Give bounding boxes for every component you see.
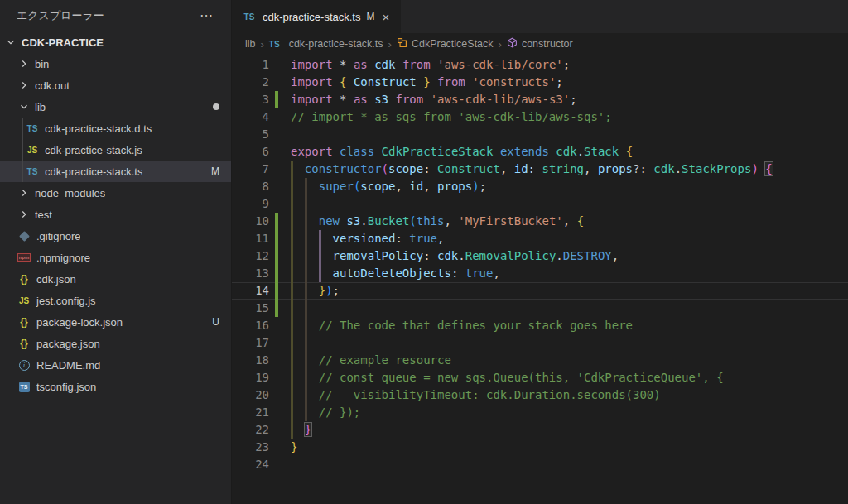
tree-root-folder[interactable]: CDK-PRACTICE	[0, 31, 231, 53]
line-number: 16	[232, 317, 269, 334]
git-added-gutter-indicator	[275, 247, 278, 265]
explorer-sidebar: エクスプローラー ⋯ CDK-PRACTICE bincdk.outlibTSc…	[0, 0, 232, 504]
line-number: 11	[232, 230, 269, 247]
typescript-icon: TS	[25, 167, 40, 176]
code-line-18: 18 // example resource	[232, 352, 848, 369]
code-line-8: 8 super(scope, id, props);	[232, 178, 848, 195]
file-tree: bincdk.outlibTScdk-practice-stack.d.tsJS…	[0, 53, 231, 504]
code-line-14: 14 });	[232, 282, 848, 300]
code-line-5: 5	[232, 126, 848, 143]
breadcrumb-label: lib	[245, 38, 256, 50]
code-line-20: 20 // visibilityTimeout: cdk.Duration.se…	[232, 386, 848, 404]
breadcrumb-item-cdk-practice-stack-ts[interactable]: TScdk-practice-stack.ts	[269, 38, 383, 50]
breadcrumb-item-cdkpracticestack[interactable]: CdkPracticeStack	[397, 37, 494, 50]
close-icon[interactable]: ×	[380, 11, 391, 23]
code-text: new s3.Bucket(this, 'MyFirstBucket', {	[291, 213, 584, 230]
line-number: 3	[232, 91, 269, 108]
code-editor[interactable]: 1import * as cdk from 'aws-cdk-lib/core'…	[232, 55, 848, 504]
tab-cdk-practice-stack[interactable]: TS cdk-practice-stack.ts M ×	[232, 0, 401, 33]
code-text: }	[291, 421, 311, 439]
line-number: 6	[232, 143, 269, 161]
tree-folder-bin[interactable]: bin	[0, 53, 231, 74]
code-line-7: 7 constructor(scope: Construct, id: stri…	[232, 161, 848, 178]
tree-item-label: README.md	[36, 359, 100, 372]
breadcrumb-label: constructor	[522, 38, 573, 50]
editor-group: TS cdk-practice-stack.ts M × lib›TScdk-p…	[232, 0, 848, 504]
code-text: super(scope, id, props);	[291, 178, 486, 195]
code-text: import { Construct } from 'constructs';	[291, 74, 563, 91]
tree-folder-lib[interactable]: lib	[0, 96, 231, 118]
breadcrumb-item-lib[interactable]: lib	[245, 38, 256, 50]
indent-guide	[305, 334, 307, 352]
line-number: 9	[232, 195, 269, 213]
code-line-11: 11 versioned: true,	[232, 230, 848, 247]
line-number: 21	[232, 404, 269, 421]
breadcrumb-label: cdk-practice-stack.ts	[289, 38, 383, 50]
tree-file-gitignore[interactable]: .gitignore	[0, 225, 231, 247]
tree-file-jest-config-js[interactable]: JSjest.config.js	[0, 290, 231, 311]
code-line-1: 1import * as cdk from 'aws-cdk-lib/core'…	[232, 56, 848, 74]
line-number: 19	[232, 369, 269, 386]
breadcrumb: lib›TScdk-practice-stack.ts›CdkPracticeS…	[232, 33, 848, 55]
breadcrumb-item-constructor[interactable]: constructor	[507, 37, 573, 50]
more-actions-icon[interactable]: ⋯	[200, 9, 214, 22]
chevron-right-icon	[17, 57, 31, 70]
root-folder-label: CDK-PRACTICE	[22, 36, 104, 49]
json-icon: {}	[17, 316, 31, 328]
line-number: 10	[232, 213, 269, 230]
breadcrumb-separator-icon: ›	[256, 38, 269, 50]
code-line-2: 2import { Construct } from 'constructs';	[232, 74, 848, 91]
tree-folder-node-modules[interactable]: node_modules	[0, 182, 231, 204]
breadcrumb-separator-icon: ›	[383, 38, 397, 50]
tree-file-readme-md[interactable]: iREADME.md	[0, 354, 231, 376]
code-text: export class CdkPracticeStack extends cd…	[291, 143, 633, 161]
constructor-symbol-icon	[507, 37, 518, 50]
code-line-21: 21 // });	[232, 404, 848, 421]
tree-file-cdk-practice-stack-js[interactable]: JScdk-practice-stack.js	[0, 139, 231, 161]
code-text: // visibilityTimeout: cdk.Duration.secon…	[291, 386, 661, 404]
tree-item-label: package-lock.json	[36, 316, 123, 329]
info-icon: i	[17, 360, 31, 371]
tree-file-package-lock-json[interactable]: {}package-lock.jsonU	[0, 311, 231, 333]
modified-dot-badge	[213, 103, 219, 110]
tree-item-label: cdk.json	[36, 273, 76, 286]
code-line-15: 15	[232, 300, 848, 317]
code-text: }	[291, 439, 297, 456]
breadcrumb-label: CdkPracticeStack	[412, 38, 494, 50]
tree-folder-cdk-out[interactable]: cdk.out	[0, 74, 231, 96]
git-added-gutter-indicator	[275, 265, 278, 282]
line-number: 1	[232, 56, 269, 74]
tree-item-label: cdk-practice-stack.js	[45, 144, 142, 156]
code-line-12: 12 removalPolicy: cdk.RemovalPolicy.DEST…	[232, 247, 848, 265]
tree-file-npmignore[interactable]: npm.npmignore	[0, 247, 231, 268]
tree-item-label: cdk.out	[35, 79, 70, 92]
chevron-right-icon	[17, 79, 31, 92]
tab-label: cdk-practice-stack.ts	[263, 11, 360, 23]
tree-item-label: .npmignore	[36, 252, 90, 264]
explorer-header: エクスプローラー ⋯	[0, 0, 231, 31]
line-number: 8	[232, 178, 269, 195]
tree-file-cdk-practice-stack-ts[interactable]: TScdk-practice-stack.tsM	[0, 161, 231, 182]
tree-folder-test[interactable]: test	[0, 204, 231, 225]
breadcrumb-separator-icon: ›	[494, 38, 507, 50]
tree-file-cdk-json[interactable]: {}cdk.json	[0, 268, 231, 290]
tree-item-label: tsconfig.json	[36, 381, 96, 393]
chevron-down-icon	[17, 100, 31, 113]
tree-item-label: lib	[35, 101, 46, 113]
code-line-24: 24	[232, 456, 848, 473]
code-line-19: 19 // const queue = new sqs.Queue(this, …	[232, 369, 848, 386]
explorer-title: エクスプローラー	[17, 8, 104, 23]
indent-guide	[305, 195, 307, 213]
tree-item-label: jest.config.js	[36, 295, 96, 307]
line-number: 15	[232, 300, 269, 317]
code-text: // });	[291, 404, 360, 421]
chevron-right-icon	[17, 208, 31, 221]
tree-item-label: package.json	[36, 338, 100, 350]
json-icon: {}	[17, 273, 31, 285]
code-line-3: 3import * as s3 from 'aws-cdk-lib/aws-s3…	[232, 91, 848, 108]
line-number: 22	[232, 421, 269, 439]
tree-file-package-json[interactable]: {}package.json	[0, 333, 231, 354]
tree-file-cdk-practice-stack-d-ts[interactable]: TScdk-practice-stack.d.ts	[0, 118, 231, 139]
tree-item-label: test	[35, 209, 52, 221]
tree-file-tsconfig-json[interactable]: TStsconfig.json	[0, 376, 231, 397]
